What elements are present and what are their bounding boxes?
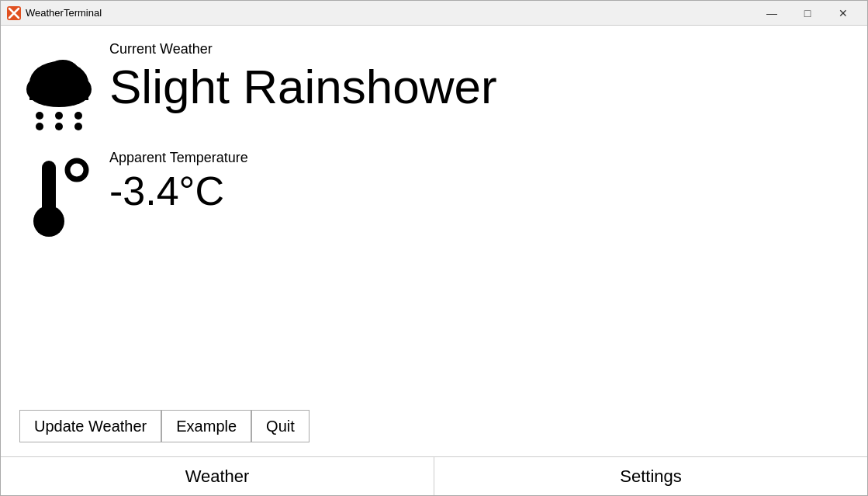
svg-point-11 bbox=[36, 123, 43, 130]
current-weather-value: Slight Rainshower bbox=[109, 61, 497, 113]
spacer bbox=[16, 251, 852, 404]
current-weather-text: Current Weather Slight Rainshower bbox=[109, 41, 497, 113]
title-bar: WeatherTerminal — □ ✕ bbox=[1, 1, 867, 26]
minimize-button[interactable]: — bbox=[754, 1, 790, 26]
temp-label: Apparent Temperature bbox=[109, 150, 248, 166]
window-controls: — □ ✕ bbox=[754, 1, 861, 26]
temperature-text: Apparent Temperature -3.4°C bbox=[109, 150, 248, 213]
current-weather-section: Current Weather Slight Rainshower bbox=[16, 41, 852, 137]
tab-weather[interactable]: Weather bbox=[1, 457, 434, 495]
temperature-section: Apparent Temperature -3.4°C bbox=[16, 150, 852, 238]
app-icon bbox=[7, 6, 21, 20]
svg-point-18 bbox=[67, 161, 86, 179]
close-button[interactable]: ✕ bbox=[825, 1, 861, 26]
svg-point-10 bbox=[36, 112, 43, 120]
svg-point-8 bbox=[46, 60, 80, 88]
temp-value: -3.4°C bbox=[109, 169, 248, 213]
tab-settings[interactable]: Settings bbox=[434, 457, 867, 495]
svg-point-14 bbox=[74, 112, 82, 120]
app-window: WeatherTerminal — □ ✕ bbox=[0, 0, 868, 496]
rain-cloud-icon bbox=[16, 44, 102, 137]
svg-point-15 bbox=[74, 123, 82, 130]
svg-point-12 bbox=[55, 112, 63, 120]
svg-point-13 bbox=[55, 123, 63, 130]
tab-bar: Weather Settings bbox=[1, 456, 867, 495]
svg-rect-17 bbox=[42, 161, 56, 215]
maximize-button[interactable]: □ bbox=[790, 1, 825, 26]
update-weather-button[interactable]: Update Weather bbox=[19, 410, 161, 442]
current-weather-label: Current Weather bbox=[109, 41, 497, 57]
thermometer-icon bbox=[16, 153, 102, 238]
main-content: Current Weather Slight Rainshower Appare… bbox=[1, 26, 867, 456]
example-button[interactable]: Example bbox=[161, 410, 251, 442]
quit-button[interactable]: Quit bbox=[251, 410, 310, 442]
svg-rect-9 bbox=[29, 89, 88, 100]
app-title: WeatherTerminal bbox=[26, 7, 754, 19]
buttons-row: Update Weather Example Quit bbox=[16, 404, 852, 449]
